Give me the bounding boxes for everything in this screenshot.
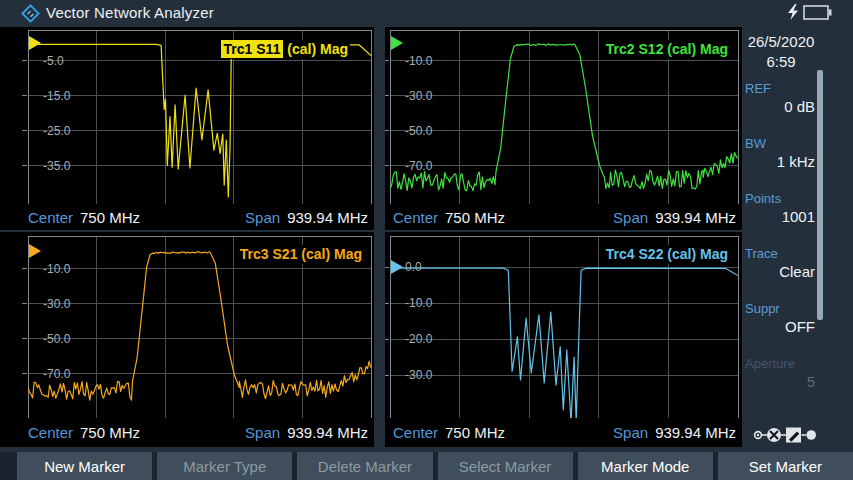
trace-format: (cal) Mag: [297, 246, 362, 262]
charging-bolt-icon: [787, 4, 799, 21]
svg-text:-5.0: -5.0: [43, 54, 64, 68]
span-label: Span: [613, 209, 648, 226]
brand-logo-icon: [21, 4, 40, 23]
softkey-marker-type[interactable]: Marker Type: [157, 452, 292, 480]
svg-text:-30.0: -30.0: [405, 89, 433, 103]
svg-text:-50.0: -50.0: [43, 332, 71, 346]
svg-text:-70.0: -70.0: [43, 367, 71, 381]
sidebar-item-bw[interactable]: BW 1 kHz: [745, 135, 815, 190]
softkey-marker-mode[interactable]: Marker Mode: [578, 452, 713, 480]
quadrant-trc1-s11[interactable]: -5.0-15.0-25.0-35.0 Trc1 S11 (cal) Mag C…: [0, 27, 374, 230]
span-frequency[interactable]: 939.94 MHz: [655, 209, 736, 226]
trace-format: (cal) Mag: [663, 246, 728, 262]
softkey-set-marker[interactable]: Set Marker: [718, 452, 853, 480]
svg-text:-35.0: -35.0: [43, 159, 71, 173]
softkey-bar: New Marker Marker Type Delete Marker Sel…: [0, 452, 853, 480]
span-frequency[interactable]: 939.94 MHz: [287, 209, 368, 226]
softkey-new-marker[interactable]: New Marker: [17, 452, 152, 480]
center-frequency[interactable]: 750 MHz: [80, 424, 140, 441]
trace-format: (cal) Mag: [283, 41, 348, 57]
svg-text:0.0: 0.0: [405, 260, 422, 274]
svg-text:-25.0: -25.0: [43, 124, 71, 138]
datetime: 26/5/2020 6:59: [745, 32, 817, 72]
trace-name: Trc4 S22: [606, 246, 664, 262]
center-label: Center: [393, 209, 438, 226]
center-frequency[interactable]: 750 MHz: [80, 209, 140, 226]
freq-footer: Center 750 MHz Span 939.94 MHz: [0, 418, 374, 447]
freq-footer: Center 750 MHz Span 939.94 MHz: [385, 418, 742, 447]
span-label: Span: [245, 209, 280, 226]
center-label: Center: [28, 209, 73, 226]
scrollbar-thumb[interactable]: [817, 70, 823, 320]
trace-format: (cal) Mag: [663, 41, 728, 57]
freq-footer: Center 750 MHz Span 939.94 MHz: [385, 204, 742, 230]
center-label: Center: [393, 424, 438, 441]
softkey-select-marker[interactable]: Select Marker: [438, 452, 573, 480]
center-frequency[interactable]: 750 MHz: [445, 209, 505, 226]
vna-screen: Vector Network Analyzer -5.0-15.0-25.0-3…: [0, 0, 853, 480]
svg-text:-10.0: -10.0: [43, 262, 71, 276]
softkey-delete-marker[interactable]: Delete Marker: [297, 452, 432, 480]
trace-label-trc4[interactable]: Trc4 S22 (cal) Mag: [604, 245, 730, 264]
quadrant-trc4-s22[interactable]: 0.0-10.0-20.0-30.0 Trc4 S22 (cal) Mag Ce…: [385, 232, 742, 447]
sidebar-item-suppr[interactable]: Suppr OFF: [745, 300, 815, 355]
trace-name: Trc3 S21: [240, 246, 298, 262]
battery-icon: [803, 5, 832, 20]
sidebar-item-ref[interactable]: REF 0 dB: [745, 80, 815, 135]
svg-text:-30.0: -30.0: [43, 297, 71, 311]
quadrant-trc2-s12[interactable]: -10.0-30.0-50.0-70.0 Trc2 S12 (cal) Mag …: [385, 27, 742, 230]
time: 6:59: [745, 52, 817, 72]
trace-label-trc3[interactable]: Trc3 S21 (cal) Mag: [238, 245, 364, 264]
center-label: Center: [28, 424, 73, 441]
svg-text:-20.0: -20.0: [405, 332, 433, 346]
trace-name: Trc2 S12: [606, 41, 664, 57]
plot-trc3-s21: -10.0-30.0-50.0-70.0: [0, 232, 374, 447]
trace-label-trc2[interactable]: Trc2 S12 (cal) Mag: [604, 40, 730, 59]
svg-text:-70.0: -70.0: [405, 159, 433, 173]
svg-text:-10.0: -10.0: [405, 296, 433, 310]
port-config-icon: [753, 424, 817, 446]
trace-label-trc1[interactable]: Trc1 S11 (cal) Mag: [219, 40, 350, 59]
svg-text:-50.0: -50.0: [405, 124, 433, 138]
trace-name: Trc1 S11: [221, 40, 284, 58]
svg-text:-30.0: -30.0: [405, 368, 433, 382]
freq-footer: Center 750 MHz Span 939.94 MHz: [0, 204, 374, 230]
svg-text:-15.0: -15.0: [43, 89, 71, 103]
sidebar-item-points[interactable]: Points 1001: [745, 190, 815, 245]
sidebar-item-trace[interactable]: Trace Clear: [745, 245, 815, 300]
title-bar: Vector Network Analyzer: [0, 0, 853, 27]
center-frequency[interactable]: 750 MHz: [445, 424, 505, 441]
app-title: Vector Network Analyzer: [46, 4, 214, 21]
plot-trc4-s22: 0.0-10.0-20.0-30.0: [385, 232, 742, 447]
span-frequency[interactable]: 939.94 MHz: [655, 424, 736, 441]
date: 26/5/2020: [745, 32, 817, 52]
svg-text:-10.0: -10.0: [405, 54, 433, 68]
span-label: Span: [613, 424, 648, 441]
span-label: Span: [245, 424, 280, 441]
span-frequency[interactable]: 939.94 MHz: [287, 424, 368, 441]
quadrant-trc3-s21[interactable]: -10.0-30.0-50.0-70.0 Trc3 S21 (cal) Mag …: [0, 232, 374, 447]
sidebar-item-aperture: Aperture 5: [745, 355, 815, 410]
sidebar: 26/5/2020 6:59 REF 0 dB BW 1 kHz Points …: [742, 27, 853, 452]
